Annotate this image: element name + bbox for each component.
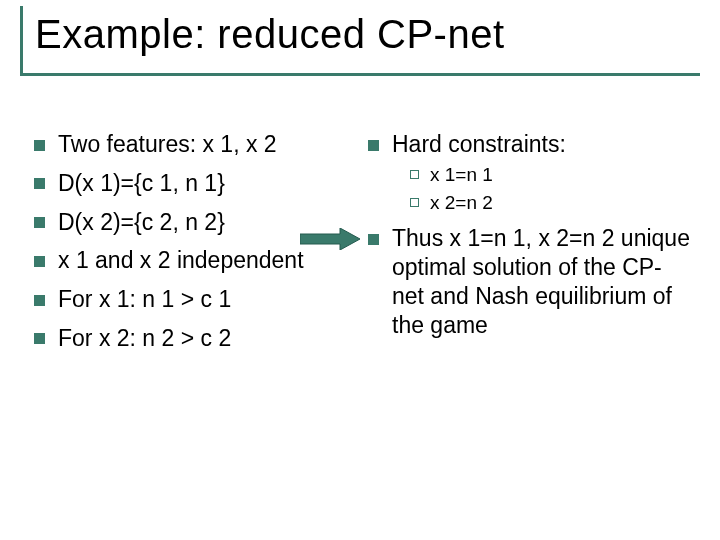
list-item: Two features: x 1, x 2 xyxy=(30,130,356,159)
list-item-text: x 2=n 2 xyxy=(430,192,493,213)
slide: Example: reduced CP-net Two features: x … xyxy=(0,0,720,540)
list-item-text: D(x 2)={c 2, n 2} xyxy=(58,209,225,235)
left-column: Two features: x 1, x 2 D(x 1)={c 1, n 1}… xyxy=(30,130,360,530)
list-item: x 2=n 2 xyxy=(408,191,690,215)
hard-constraints-sublist: x 1=n 1 x 2=n 2 xyxy=(392,163,690,215)
left-list: Two features: x 1, x 2 D(x 1)={c 1, n 1}… xyxy=(30,130,356,353)
right-column: Hard constraints: x 1=n 1 x 2=n 2 Thus x… xyxy=(360,130,690,530)
slide-title: Example: reduced CP-net xyxy=(35,12,700,57)
list-item-text: D(x 1)={c 1, n 1} xyxy=(58,170,225,196)
title-region: Example: reduced CP-net xyxy=(20,6,700,76)
list-item-text: x 1 and x 2 independent xyxy=(58,247,304,273)
list-item: Thus x 1=n 1, x 2=n 2 unique optimal sol… xyxy=(364,224,690,339)
list-item: D(x 1)={c 1, n 1} xyxy=(30,169,356,198)
list-item: x 1=n 1 xyxy=(408,163,690,187)
list-item: Hard constraints: x 1=n 1 x 2=n 2 xyxy=(364,130,690,214)
right-list: Hard constraints: x 1=n 1 x 2=n 2 Thus x… xyxy=(364,130,690,339)
list-item: D(x 2)={c 2, n 2} xyxy=(30,208,356,237)
list-item: For x 1: n 1 > c 1 xyxy=(30,285,356,314)
content-area: Two features: x 1, x 2 D(x 1)={c 1, n 1}… xyxy=(30,130,690,530)
list-item-text: Hard constraints: xyxy=(392,131,566,157)
list-item: x 1 and x 2 independent xyxy=(30,246,356,275)
list-item-text: For x 2: n 2 > c 2 xyxy=(58,325,231,351)
list-item-text: Thus x 1=n 1, x 2=n 2 unique optimal sol… xyxy=(392,225,690,337)
list-item-text: For x 1: n 1 > c 1 xyxy=(58,286,231,312)
list-item-text: Two features: x 1, x 2 xyxy=(58,131,277,157)
list-item: For x 2: n 2 > c 2 xyxy=(30,324,356,353)
list-item-text: x 1=n 1 xyxy=(430,164,493,185)
